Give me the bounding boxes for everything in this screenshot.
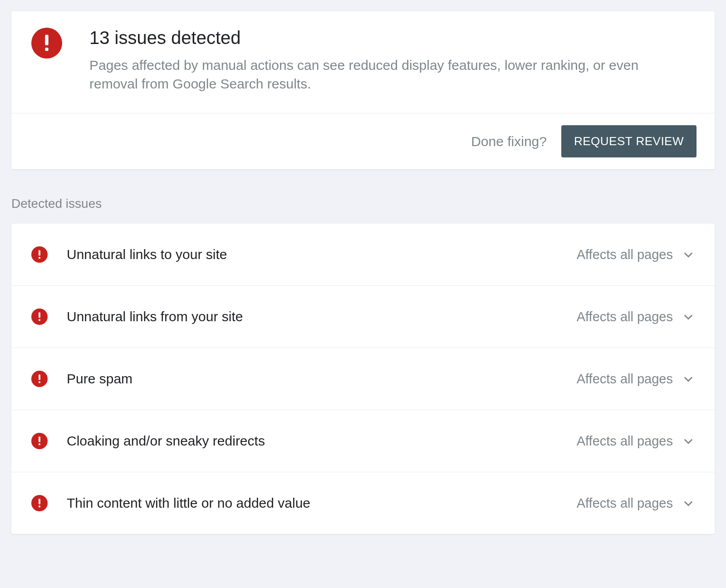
summary-top: 13 issues detected Pages affected by man… <box>11 11 715 113</box>
summary-title: 13 issues detected <box>89 28 670 48</box>
issue-row[interactable]: Unnatural links to your site Affects all… <box>11 224 715 286</box>
svg-rect-2 <box>45 48 48 51</box>
svg-rect-13 <box>39 436 40 442</box>
chevron-down-icon <box>682 372 695 385</box>
alert-icon <box>31 371 48 387</box>
issue-row[interactable]: Pure spam Affects all pages <box>11 348 715 410</box>
summary-text: 13 issues detected Pages affected by man… <box>89 28 670 93</box>
issue-title: Pure spam <box>67 371 577 387</box>
chevron-down-icon <box>682 435 695 447</box>
detected-issues-label: Detected issues <box>11 196 715 211</box>
issue-scope: Affects all pages <box>577 496 673 511</box>
summary-actions: Done fixing? REQUEST REVIEW <box>11 113 715 169</box>
svg-rect-14 <box>39 443 40 445</box>
svg-rect-11 <box>39 381 40 383</box>
issue-row[interactable]: Unnatural links from your site Affects a… <box>11 286 715 348</box>
alert-icon <box>31 495 48 511</box>
chevron-down-icon <box>682 497 695 510</box>
issue-scope: Affects all pages <box>577 372 673 387</box>
alert-icon <box>31 433 48 449</box>
issue-title: Unnatural links to your site <box>67 247 577 262</box>
issue-title: Thin content with little or no added val… <box>67 495 577 511</box>
alert-icon <box>31 246 48 263</box>
issue-scope: Affects all pages <box>577 247 673 262</box>
alert-icon <box>31 309 48 325</box>
svg-rect-10 <box>39 374 40 380</box>
issue-row[interactable]: Thin content with little or no added val… <box>11 472 715 534</box>
request-review-button[interactable]: REQUEST REVIEW <box>561 125 697 157</box>
chevron-down-icon <box>682 310 695 323</box>
svg-rect-1 <box>45 35 48 45</box>
issue-title: Cloaking and/or sneaky redirects <box>67 433 577 449</box>
summary-card: 13 issues detected Pages affected by man… <box>11 11 715 169</box>
svg-rect-7 <box>39 312 40 318</box>
issue-title: Unnatural links from your site <box>67 309 577 324</box>
alert-icon <box>31 28 62 59</box>
done-fixing-label: Done fixing? <box>471 134 547 149</box>
svg-rect-8 <box>39 319 40 321</box>
issue-scope: Affects all pages <box>577 434 673 449</box>
svg-rect-5 <box>39 257 40 259</box>
summary-description: Pages affected by manual actions can see… <box>89 56 670 93</box>
svg-rect-17 <box>39 505 40 507</box>
chevron-down-icon <box>682 248 695 261</box>
issue-scope: Affects all pages <box>577 309 673 324</box>
svg-rect-16 <box>39 499 40 504</box>
issues-list: Unnatural links to your site Affects all… <box>11 224 715 534</box>
issue-row[interactable]: Cloaking and/or sneaky redirects Affects… <box>11 410 715 472</box>
svg-rect-4 <box>39 250 40 255</box>
